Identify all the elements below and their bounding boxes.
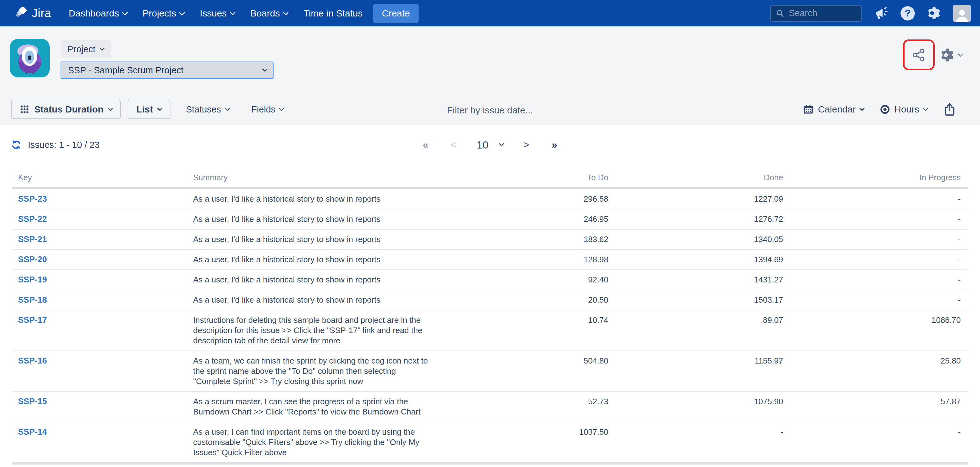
chevron-down-icon: [100, 46, 105, 51]
column-header-in-progress[interactable]: In Progress: [783, 173, 967, 188]
issue-key-link[interactable]: SSP-14: [18, 427, 47, 437]
done-value: 1340.05: [608, 229, 783, 250]
top-navigation-bar: Jira Dashboards Projects Issues Boards T…: [0, 0, 980, 26]
nav-item-time-in-status[interactable]: Time in Status: [303, 8, 363, 19]
chevron-down-icon: [923, 106, 928, 111]
nav-item-issues[interactable]: Issues: [200, 8, 235, 19]
chevron-down-icon: [262, 67, 268, 72]
project-type-dropdown[interactable]: Project: [60, 40, 111, 58]
units-label: Hours: [894, 104, 919, 115]
layout-dropdown[interactable]: List: [127, 100, 170, 119]
calendar-dropdown[interactable]: Calendar: [803, 104, 864, 115]
create-button[interactable]: Create: [373, 4, 418, 23]
column-header-done[interactable]: Done: [608, 173, 783, 188]
table-row: SSP-15 As a scrum master, I can see the …: [13, 392, 967, 422]
pagination-last-button[interactable]: »: [549, 139, 560, 151]
table-row: SSP-16 As a team, we can finish the spri…: [13, 351, 967, 392]
todo-value: 52.73: [473, 392, 608, 422]
todo-value: 296.58: [473, 188, 608, 209]
issue-key-link[interactable]: SSP-22: [18, 214, 47, 224]
issue-key-link[interactable]: SSP-18: [18, 295, 47, 304]
table-header-row: Key Summary To Do Done In Progress: [13, 173, 967, 188]
table-row: SSP-21 As a user, I'd like a historical …: [13, 229, 967, 250]
view-type-dropdown[interactable]: Status Duration: [11, 100, 121, 119]
gear-icon: [940, 48, 955, 63]
chevron-down-icon: [859, 106, 864, 111]
issue-summary: Instructions for deleting this sample bo…: [193, 315, 435, 346]
issue-summary: As a user, I'd like a historical story t…: [193, 295, 435, 305]
grid-icon: [20, 105, 29, 114]
issue-key-link[interactable]: SSP-23: [18, 194, 47, 204]
pagination: « < 10 > »: [0, 136, 980, 153]
done-value: 89.07: [608, 310, 783, 351]
issue-summary: As a user, I'd like a historical story t…: [193, 255, 435, 265]
refresh-icon[interactable]: [11, 140, 21, 150]
table-row: SSP-18 As a user, I'd like a historical …: [13, 290, 967, 310]
circled-dot-icon: [880, 104, 890, 114]
search-icon: [776, 9, 784, 18]
pagination-next-button[interactable]: >: [521, 139, 531, 151]
share-button[interactable]: [912, 48, 926, 62]
todo-value: 10.74: [473, 310, 608, 351]
view-type-label: Status Duration: [34, 104, 103, 115]
chevron-down-icon: [108, 106, 113, 111]
jira-logo[interactable]: Jira: [15, 6, 51, 20]
chevron-down-icon: [122, 9, 128, 16]
done-value: 1503.17: [608, 290, 783, 310]
in-progress-value: -: [783, 270, 967, 290]
in-progress-value: -: [783, 422, 967, 464]
nav-item-boards[interactable]: Boards: [250, 8, 288, 19]
in-progress-value: -: [783, 229, 967, 250]
table-row: SSP-23 As a user, I'd like a historical …: [13, 188, 967, 209]
todo-value: 1037.50: [473, 422, 608, 464]
project-select[interactable]: SSP - Sample Scrum Project: [60, 62, 274, 79]
export-button[interactable]: [943, 102, 956, 116]
issue-key-link[interactable]: SSP-19: [18, 275, 47, 284]
time-units-dropdown[interactable]: Hours: [880, 104, 927, 115]
issue-key-link[interactable]: SSP-21: [18, 234, 47, 244]
toolbar-left: Status Duration List Statuses Fields: [11, 99, 283, 119]
issue-summary: As a scrum master, I can see the progres…: [193, 397, 435, 417]
nav-item-projects[interactable]: Projects: [143, 8, 184, 19]
done-value: 1075.90: [608, 392, 783, 422]
todo-value: 246.95: [473, 209, 608, 229]
column-header-todo[interactable]: To Do: [473, 173, 608, 188]
feedback-megaphone-icon[interactable]: [874, 6, 889, 21]
column-header-summary[interactable]: Summary: [193, 173, 473, 188]
done-value: 1394.69: [608, 250, 783, 270]
fields-dropdown[interactable]: Fields: [251, 104, 283, 115]
issue-key-link[interactable]: SSP-20: [18, 255, 47, 264]
issue-summary: As a user, I can find important items on…: [193, 427, 435, 458]
in-progress-value: -: [783, 188, 967, 209]
in-progress-value: -: [783, 209, 967, 229]
in-progress-value: -: [783, 250, 967, 270]
table-row: SSP-17 Instructions for deleting this sa…: [13, 310, 967, 351]
filter-by-issue-date-input[interactable]: Filter by issue date...: [447, 105, 533, 116]
settings-gear-icon[interactable]: [927, 6, 942, 21]
nav-item-dashboards[interactable]: Dashboards: [68, 8, 127, 19]
nav-item-label: Projects: [143, 8, 176, 19]
chevron-down-icon: [499, 141, 504, 147]
user-avatar[interactable]: [953, 5, 971, 22]
issues-count-row: Issues: 1 - 10 / 23: [11, 136, 100, 153]
chevron-down-icon: [229, 9, 236, 16]
pagination-first-button[interactable]: «: [420, 139, 431, 151]
table-row: SSP-20 As a user, I'd like a historical …: [13, 250, 967, 270]
report-settings-button[interactable]: [940, 46, 963, 64]
issue-key-link[interactable]: SSP-16: [18, 356, 47, 365]
page-size-dropdown[interactable]: 10: [477, 139, 503, 151]
project-type-label: Project: [67, 44, 95, 54]
in-progress-value: 57.87: [783, 392, 967, 422]
pagination-prev-button[interactable]: <: [449, 139, 459, 151]
issue-key-link[interactable]: SSP-15: [18, 397, 47, 406]
done-value: 1276.72: [608, 209, 783, 229]
column-header-key[interactable]: Key: [13, 173, 193, 188]
todo-value: 183.62: [473, 229, 608, 250]
chevron-down-icon: [279, 106, 284, 111]
statuses-dropdown[interactable]: Statuses: [186, 104, 229, 115]
search-input[interactable]: Search: [770, 5, 862, 22]
todo-value: 92.40: [473, 270, 608, 290]
time-in-status-table: Key Summary To Do Done In Progress SSP-2…: [13, 173, 967, 464]
issue-key-link[interactable]: SSP-17: [18, 316, 47, 325]
help-icon[interactable]: ?: [900, 6, 915, 21]
